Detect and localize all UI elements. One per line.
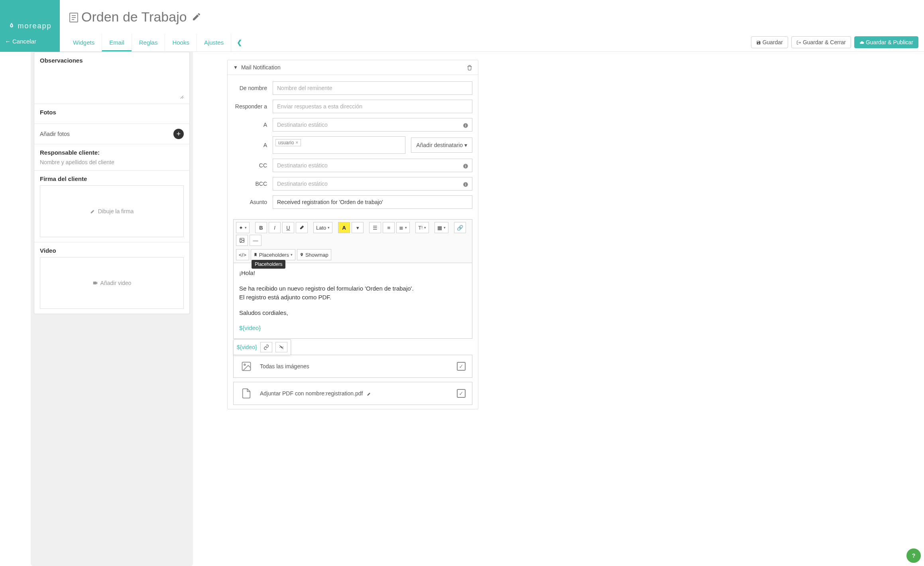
tab-widgets[interactable]: Widgets xyxy=(66,33,102,51)
all-images-checkbox[interactable]: ✓ xyxy=(457,362,466,371)
signature-box[interactable]: Dibuje la firma xyxy=(40,185,184,237)
video-label: Video xyxy=(40,247,184,254)
label-a-static: A xyxy=(233,122,267,128)
svg-text:i: i xyxy=(465,164,466,168)
label-a-dynamic: A xyxy=(233,142,267,148)
link-popover: ${video} xyxy=(233,339,291,355)
all-images-row[interactable]: Todas las imágenes ✓ xyxy=(233,355,472,378)
text-color-button[interactable]: A xyxy=(338,222,350,233)
link-icon xyxy=(263,344,269,350)
help-fab[interactable]: ? xyxy=(906,548,921,563)
label-responder: Responder a xyxy=(233,103,267,110)
leaf-icon xyxy=(8,22,15,29)
observaciones-textarea[interactable] xyxy=(40,67,184,99)
pin-icon xyxy=(300,253,304,257)
caret-down-icon[interactable]: ▼ xyxy=(233,65,238,70)
cancel-link[interactable]: Cancelar xyxy=(5,38,36,45)
edit-link-button[interactable] xyxy=(260,342,272,352)
chip-remove-icon[interactable]: × xyxy=(295,140,298,145)
video-placeholder-text[interactable]: ${video} xyxy=(239,324,261,331)
ol-button[interactable]: ≡ xyxy=(383,222,395,233)
tab-ajustes[interactable]: Ajustes xyxy=(197,33,231,51)
a-dynamic-field[interactable]: usuario × xyxy=(273,136,405,154)
video-box[interactable]: Añadir video xyxy=(40,257,184,309)
popover-link-text[interactable]: ${video} xyxy=(237,344,257,350)
a-static-input[interactable] xyxy=(273,118,472,132)
card-title: Mail Notification xyxy=(241,64,281,71)
responsable-label: Responsable cliente: xyxy=(40,149,184,156)
trash-icon xyxy=(467,65,472,71)
placeholders-tooltip: Placeholders xyxy=(252,260,285,269)
save-publish-button[interactable]: Guardar & Publicar xyxy=(854,36,918,48)
text-format-button[interactable]: T! xyxy=(415,222,429,233)
responder-input[interactable] xyxy=(273,100,472,113)
svg-text:i: i xyxy=(465,124,466,127)
tab-email[interactable]: Email xyxy=(102,33,132,51)
pdf-checkbox[interactable]: ✓ xyxy=(457,389,466,398)
magic-wand-button[interactable]: ✦ xyxy=(236,222,250,233)
pdf-label: Adjuntar PDF con nombre:registration.pdf xyxy=(260,390,363,397)
cc-input[interactable] xyxy=(273,159,472,172)
edit-pdf-name-button[interactable] xyxy=(367,390,372,397)
tab-reglas[interactable]: Reglas xyxy=(132,33,165,51)
label-de-nombre: De nombre xyxy=(233,85,267,91)
table-button[interactable]: ▦ xyxy=(434,222,448,233)
save-button[interactable]: Guardar xyxy=(751,36,788,48)
tab-hooks[interactable]: Hooks xyxy=(165,33,197,51)
pencil-icon xyxy=(90,208,96,214)
info-icon[interactable]: i xyxy=(463,181,468,187)
pdf-row[interactable]: Adjuntar PDF con nombre:registration.pdf… xyxy=(233,382,472,405)
asunto-input[interactable] xyxy=(273,195,472,209)
font-dropdown[interactable]: Lato xyxy=(313,222,332,233)
code-button[interactable]: </> xyxy=(236,249,249,260)
svg-point-13 xyxy=(244,364,246,366)
bookmark-icon xyxy=(254,253,258,257)
editor-body[interactable]: Placeholders ¡Hola! Se ha recibido un nu… xyxy=(233,263,472,339)
body-line-4: Saludos cordiales, xyxy=(239,309,466,318)
form-icon xyxy=(68,10,80,24)
eraser-button[interactable] xyxy=(296,222,308,233)
page-title: Orden de Trabajo xyxy=(81,9,187,25)
fotos-label: Fotos xyxy=(40,109,184,116)
link-button[interactable]: 🔗 xyxy=(454,222,466,233)
anadir-fotos-label: Añadir fotos xyxy=(40,131,70,137)
body-line-3: El registro está adjunto como PDF. xyxy=(239,293,466,302)
images-icon xyxy=(240,360,253,373)
brand-name: moreapp xyxy=(18,22,51,30)
bcc-input[interactable] xyxy=(273,177,472,191)
align-button[interactable]: ≣ xyxy=(396,222,410,233)
body-line-2: Se ha recibido un nuevo registro del for… xyxy=(239,284,466,293)
underline-button[interactable]: U xyxy=(282,222,294,233)
svg-point-11 xyxy=(241,239,242,240)
save-close-button[interactable]: Guardar & Cerrar xyxy=(791,36,851,48)
image-button[interactable] xyxy=(236,235,248,246)
text-color-caret[interactable]: ▾ xyxy=(352,222,364,233)
camera-icon xyxy=(92,280,98,286)
ul-button[interactable]: ☰ xyxy=(369,222,381,233)
italic-button[interactable]: I xyxy=(269,222,281,233)
unlink-button[interactable] xyxy=(275,342,287,352)
observaciones-label: Observaciones xyxy=(40,57,184,64)
tab-collapse-arrow[interactable]: ❮ xyxy=(231,33,248,51)
save-icon xyxy=(756,40,761,45)
add-photo-button[interactable]: + xyxy=(173,129,184,139)
label-bcc: BCC xyxy=(233,181,267,187)
info-icon[interactable]: i xyxy=(463,162,468,169)
de-nombre-input[interactable] xyxy=(273,81,472,95)
label-asunto: Asunto xyxy=(233,199,267,205)
delete-card-button[interactable] xyxy=(467,64,472,71)
placeholders-button[interactable]: Placeholders xyxy=(251,249,295,260)
user-chip[interactable]: usuario × xyxy=(275,139,301,146)
hr-button[interactable]: — xyxy=(250,235,261,246)
bold-button[interactable]: B xyxy=(255,222,267,233)
cloud-upload-icon xyxy=(859,40,864,45)
firma-label: Firma del cliente xyxy=(40,175,184,182)
label-cc: CC xyxy=(233,162,267,169)
showmap-button[interactable]: Showmap xyxy=(297,249,331,260)
body-line-1: ¡Hola! xyxy=(239,269,466,278)
edit-title-icon[interactable] xyxy=(192,12,201,22)
unlink-icon xyxy=(279,344,284,350)
add-recipient-button[interactable]: Añadir destinatario ▾ xyxy=(411,138,472,153)
pdf-icon xyxy=(240,387,253,400)
info-icon[interactable]: i xyxy=(463,122,468,128)
